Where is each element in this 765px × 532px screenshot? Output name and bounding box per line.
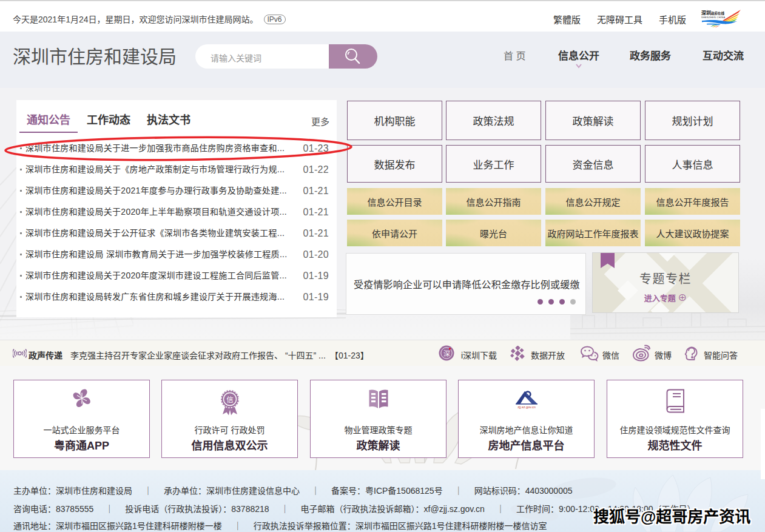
svg-text:SHENZHEN CHINA: SHENZHEN CHINA	[701, 16, 725, 19]
svg-text:深: 深	[443, 350, 450, 357]
svg-text:zjj.sz.gov.cn: zjj.sz.gov.cn	[517, 405, 536, 409]
svg-text:信: 信	[226, 396, 234, 403]
svg-text:深圳政府在线: 深圳政府在线	[701, 10, 725, 16]
